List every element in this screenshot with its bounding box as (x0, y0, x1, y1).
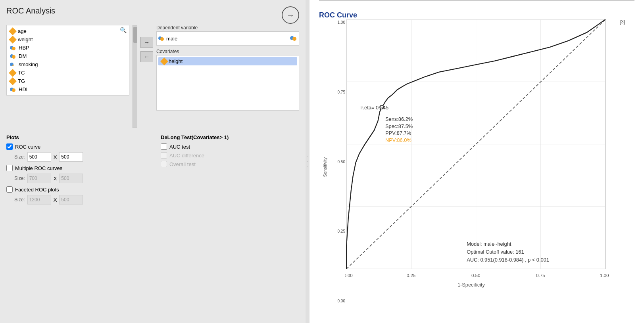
faceted-x-label: X (54, 197, 57, 203)
faceted-roc-size-row: Size: X (14, 195, 145, 205)
svg-text:Spec:87.5%: Spec:87.5% (385, 123, 413, 129)
multiple-roc-checkbox[interactable] (6, 165, 13, 171)
diamond-icon (9, 77, 17, 85)
diamond-icon (9, 69, 17, 77)
multiple-roc-row: Multiple ROC curves (6, 165, 145, 171)
covariates-label: Covariates (156, 49, 299, 54)
chart-header: ROC Curve [3] (319, 11, 634, 19)
svg-text:Model: male~height: Model: male~height (467, 241, 511, 247)
overall-test-label: Overall test (169, 161, 196, 167)
multiple-x-label: X (54, 176, 57, 182)
faceted-width-input (27, 195, 51, 205)
multiple-roc-size-row: Size: X (14, 174, 145, 183)
roc-x-label: X (54, 154, 57, 160)
diamond-icon (160, 57, 168, 65)
svg-container: lr.eta= 0.545 Sens:86.2% Spec:87.5% PPV:… (345, 19, 634, 315)
svg-text:0.00: 0.00 (345, 273, 353, 278)
plots-left: Plots ROC curve Size: X Multiple ROC cur… (6, 134, 145, 208)
y-tick: 0.00 (331, 299, 345, 303)
variable-list: age weight HBP DM smoking TC TG HDL (7, 25, 129, 95)
covariate-value: height (169, 58, 183, 64)
svg-text:AUC:  0.951(0.918-0.984) , p <: AUC: 0.951(0.918-0.984) , p < 0.001 (467, 257, 549, 263)
list-item[interactable]: HDL (7, 85, 129, 94)
panel-divider: · · · (306, 0, 310, 323)
faceted-size-label: Size: (14, 197, 25, 203)
svg-text:1.00: 1.00 (600, 273, 609, 278)
list-item[interactable]: HBP (7, 44, 129, 52)
auc-diff-row: AUC difference (161, 152, 299, 159)
list-item[interactable]: weight (7, 35, 129, 44)
roc-curve-checkbox[interactable] (6, 143, 13, 150)
faceted-roc-row: Faceted ROC plots (6, 186, 145, 193)
move-right-button[interactable]: → (140, 37, 153, 48)
y-axis-container: Sensitivity (319, 19, 331, 315)
delong-title: DeLong Test(Covariates> 1) (161, 134, 299, 140)
list-item[interactable]: TC (7, 69, 129, 77)
roc-width-input[interactable] (27, 152, 51, 162)
faceted-roc-label: Faceted ROC plots (15, 187, 59, 193)
panel-title: ROC Analysis (6, 6, 55, 15)
y-tick: 0.25 (331, 229, 345, 233)
circle-group-icon (10, 54, 16, 59)
overall-test-row: Overall test (161, 161, 299, 167)
dependent-variable-label: Dependent variable (156, 25, 299, 31)
auc-diff-label: AUC difference (169, 153, 204, 159)
y-tick: 1.00 (331, 20, 345, 25)
diamond-icon (9, 27, 17, 35)
svg-text:PPV:87.7%: PPV:87.7% (385, 130, 411, 136)
circle-group-icon (10, 87, 16, 92)
plots-section: Plots ROC curve Size: X Multiple ROC cur… (6, 134, 299, 208)
search-icon[interactable]: 🔍 (120, 27, 127, 33)
covariate-chip[interactable]: height (158, 57, 297, 65)
svg-text:1-Specificity: 1-Specificity (458, 282, 485, 288)
diamond-icon (9, 36, 17, 44)
multiple-roc-label: Multiple ROC curves (15, 165, 62, 171)
svg-text:Sens:86.2%: Sens:86.2% (385, 116, 413, 122)
arrow-controls: → ← (140, 37, 153, 62)
dependent-variable-box[interactable]: male (156, 31, 299, 46)
list-item[interactable]: TG (7, 77, 129, 85)
delong-section: DeLong Test(Covariates> 1) AUC test AUC … (161, 134, 299, 208)
y-axis-label: Sensitivity (323, 157, 327, 177)
dependent-variable-value: male (166, 36, 177, 42)
chart-title: ROC Curve (319, 11, 357, 19)
covariates-box[interactable]: height (156, 55, 299, 111)
variable-list-container: 🔍 age weight HBP DM smoking TC TG HDL (6, 25, 129, 96)
move-left-button[interactable]: ← (140, 51, 153, 62)
svg-text:0.50: 0.50 (471, 273, 481, 278)
chart-area: Sensitivity 1.00 0.75 0.50 0.25 0.00 (319, 19, 634, 315)
svg-point-1 (292, 37, 296, 41)
svg-text:lr.eta= 0.545: lr.eta= 0.545 (360, 105, 388, 111)
roc-height-input[interactable] (59, 152, 83, 162)
roc-curve-label: ROC curve (15, 144, 40, 150)
variable-area: 🔍 age weight HBP DM smoking TC TG HDL → (6, 25, 299, 128)
multiple-size-label: Size: (14, 176, 25, 181)
dependent-variable-icon (290, 35, 297, 42)
roc-chart-svg: lr.eta= 0.545 Sens:86.2% Spec:87.5% PPV:… (345, 19, 634, 315)
circle-group-icon (10, 45, 16, 51)
faceted-roc-checkbox[interactable] (6, 186, 13, 193)
run-button[interactable]: → (282, 6, 299, 24)
svg-text:Optimal Cutoff value:  161: Optimal Cutoff value: 161 (467, 249, 524, 255)
multiple-height-input (59, 174, 83, 183)
roc-curve-size-row: Size: X (14, 152, 145, 162)
scrollbar[interactable] (133, 25, 137, 128)
multiple-width-input (27, 174, 51, 183)
right-panel: ROC Curve [3] Sensitivity 1.00 0.75 0.50… (310, 0, 644, 323)
list-item[interactable]: DM (7, 52, 129, 60)
roc-size-label: Size: (14, 154, 25, 160)
list-item[interactable]: smoking (7, 60, 129, 69)
list-item[interactable]: age (7, 27, 129, 35)
top-border (319, 0, 634, 1)
roc-curve-row: ROC curve (6, 143, 145, 150)
overall-test-checkbox (161, 161, 167, 167)
drop-zones: Dependent variable male Covariates (156, 25, 299, 111)
y-ticks: 1.00 0.75 0.50 0.25 0.00 (331, 19, 345, 315)
auc-test-checkbox[interactable] (161, 143, 167, 150)
y-tick: 0.50 (331, 160, 345, 164)
faceted-height-input (59, 195, 83, 205)
y-tick: 0.75 (331, 90, 345, 94)
covariates-section: Covariates height (156, 49, 299, 111)
svg-text:NPV:86.0%: NPV:86.0% (385, 137, 411, 143)
circle-group-icon (158, 36, 165, 41)
